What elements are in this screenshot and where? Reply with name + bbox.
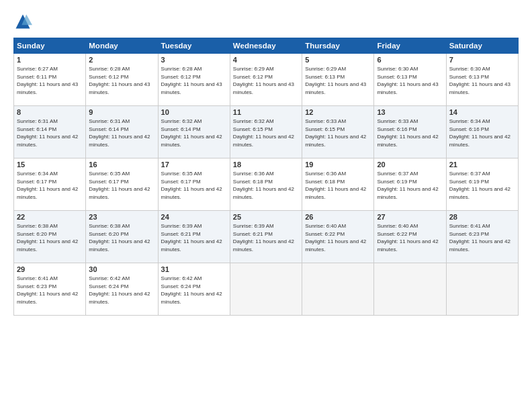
daylight-label: Daylight: 11 hours and 43 minutes. (161, 81, 222, 95)
sunrise-label: Sunrise: 6:31 AM (17, 118, 58, 124)
day-info: Sunrise: 6:35 AM Sunset: 6:17 PM Dayligh… (161, 170, 227, 201)
sunrise-label: Sunrise: 6:42 AM (161, 275, 202, 281)
calendar-cell: 23 Sunrise: 6:38 AM Sunset: 6:20 PM Dayl… (86, 211, 158, 263)
header-tuesday: Tuesday (158, 38, 230, 54)
sunrise-label: Sunrise: 6:32 AM (233, 118, 274, 124)
daylight-label: Daylight: 11 hours and 42 minutes. (449, 134, 511, 148)
day-info: Sunrise: 6:27 AM Sunset: 6:11 PM Dayligh… (17, 65, 83, 96)
calendar-cell: 7 Sunrise: 6:30 AM Sunset: 6:13 PM Dayli… (446, 54, 518, 106)
day-info: Sunrise: 6:32 AM Sunset: 6:14 PM Dayligh… (161, 118, 227, 148)
day-info: Sunrise: 6:31 AM Sunset: 6:14 PM Dayligh… (89, 118, 154, 148)
day-number: 31 (161, 265, 227, 273)
calendar-cell: 29 Sunrise: 6:41 AM Sunset: 6:23 PM Dayl… (14, 263, 86, 316)
sunset-label: Sunset: 6:16 PM (449, 126, 489, 132)
day-number: 22 (17, 213, 83, 221)
day-number: 20 (377, 161, 443, 169)
sunset-label: Sunset: 6:18 PM (305, 179, 345, 185)
sunrise-label: Sunrise: 6:40 AM (305, 223, 346, 229)
daylight-label: Daylight: 11 hours and 42 minutes. (17, 186, 78, 200)
sunrise-label: Sunrise: 6:32 AM (161, 118, 202, 124)
day-number: 6 (377, 56, 443, 64)
day-number: 28 (449, 213, 515, 221)
calendar-cell: 22 Sunrise: 6:38 AM Sunset: 6:20 PM Dayl… (14, 211, 86, 263)
day-number: 2 (89, 56, 154, 64)
sunrise-label: Sunrise: 6:34 AM (449, 118, 490, 124)
sunrise-label: Sunrise: 6:29 AM (305, 66, 346, 72)
header-wednesday: Wednesday (230, 38, 302, 54)
day-number: 1 (17, 56, 83, 64)
calendar-cell: 27 Sunrise: 6:40 AM Sunset: 6:22 PM Dayl… (374, 211, 446, 263)
calendar-cell: 11 Sunrise: 6:32 AM Sunset: 6:15 PM Dayl… (230, 106, 302, 158)
daylight-label: Daylight: 11 hours and 42 minutes. (233, 238, 294, 253)
day-info: Sunrise: 6:41 AM Sunset: 6:23 PM Dayligh… (17, 275, 83, 306)
day-info: Sunrise: 6:33 AM Sunset: 6:16 PM Dayligh… (377, 118, 443, 148)
day-info: Sunrise: 6:40 AM Sunset: 6:22 PM Dayligh… (377, 222, 443, 253)
day-info: Sunrise: 6:32 AM Sunset: 6:15 PM Dayligh… (233, 118, 299, 148)
daylight-label: Daylight: 11 hours and 43 minutes. (17, 81, 78, 95)
calendar-cell: 18 Sunrise: 6:36 AM Sunset: 6:18 PM Dayl… (230, 158, 302, 211)
daylight-label: Daylight: 11 hours and 42 minutes. (377, 186, 438, 200)
sunset-label: Sunset: 6:17 PM (89, 179, 128, 185)
day-number: 7 (449, 56, 515, 64)
day-info: Sunrise: 6:30 AM Sunset: 6:13 PM Dayligh… (449, 65, 515, 96)
calendar-cell: 12 Sunrise: 6:33 AM Sunset: 6:15 PM Dayl… (302, 106, 374, 158)
day-info: Sunrise: 6:36 AM Sunset: 6:18 PM Dayligh… (305, 170, 371, 201)
day-number: 25 (233, 213, 299, 221)
sunrise-label: Sunrise: 6:38 AM (89, 223, 130, 229)
calendar-week-row: 8 Sunrise: 6:31 AM Sunset: 6:14 PM Dayli… (14, 106, 519, 158)
sunrise-label: Sunrise: 6:41 AM (449, 223, 490, 229)
day-number: 21 (449, 161, 515, 169)
daylight-label: Daylight: 11 hours and 43 minutes. (305, 81, 366, 95)
calendar-week-row: 22 Sunrise: 6:38 AM Sunset: 6:20 PM Dayl… (14, 211, 519, 263)
daylight-label: Daylight: 11 hours and 42 minutes. (161, 186, 222, 200)
day-number: 17 (161, 161, 227, 169)
sunrise-label: Sunrise: 6:40 AM (377, 223, 418, 229)
day-number: 8 (17, 108, 83, 116)
calendar-cell (302, 263, 374, 316)
daylight-label: Daylight: 11 hours and 42 minutes. (377, 238, 438, 253)
sunrise-label: Sunrise: 6:31 AM (89, 118, 130, 124)
calendar-cell: 16 Sunrise: 6:35 AM Sunset: 6:17 PM Dayl… (86, 158, 158, 211)
sunset-label: Sunset: 6:11 PM (17, 74, 56, 80)
sunrise-label: Sunrise: 6:42 AM (89, 275, 130, 281)
sunrise-label: Sunrise: 6:37 AM (449, 171, 490, 177)
day-info: Sunrise: 6:31 AM Sunset: 6:14 PM Dayligh… (17, 118, 83, 148)
day-info: Sunrise: 6:42 AM Sunset: 6:24 PM Dayligh… (161, 275, 227, 306)
day-info: Sunrise: 6:37 AM Sunset: 6:19 PM Dayligh… (449, 170, 515, 201)
day-info: Sunrise: 6:28 AM Sunset: 6:12 PM Dayligh… (89, 65, 154, 96)
calendar: Sunday Monday Tuesday Wednesday Thursday… (13, 38, 519, 316)
sunrise-label: Sunrise: 6:30 AM (377, 66, 418, 72)
sunrise-label: Sunrise: 6:27 AM (17, 66, 58, 72)
logo-icon (13, 12, 32, 31)
calendar-cell: 6 Sunrise: 6:30 AM Sunset: 6:13 PM Dayli… (374, 54, 446, 106)
sunrise-label: Sunrise: 6:38 AM (17, 223, 58, 229)
daylight-label: Daylight: 11 hours and 43 minutes. (449, 81, 511, 95)
page: Sunday Monday Tuesday Wednesday Thursday… (0, 0, 532, 411)
sunset-label: Sunset: 6:18 PM (233, 179, 273, 185)
daylight-label: Daylight: 11 hours and 43 minutes. (89, 81, 150, 95)
day-number: 4 (233, 56, 299, 64)
sunset-label: Sunset: 6:17 PM (161, 179, 201, 185)
sunrise-label: Sunrise: 6:41 AM (17, 275, 58, 281)
sunset-label: Sunset: 6:23 PM (17, 283, 56, 289)
day-number: 15 (17, 161, 83, 169)
sunrise-label: Sunrise: 6:36 AM (305, 171, 346, 177)
daylight-label: Daylight: 11 hours and 42 minutes. (17, 134, 78, 148)
daylight-label: Daylight: 11 hours and 42 minutes. (449, 238, 511, 253)
sunset-label: Sunset: 6:17 PM (17, 179, 56, 185)
daylight-label: Daylight: 11 hours and 42 minutes. (161, 291, 222, 305)
sunset-label: Sunset: 6:22 PM (305, 231, 345, 237)
daylight-label: Daylight: 11 hours and 42 minutes. (89, 238, 150, 253)
sunset-label: Sunset: 6:24 PM (89, 283, 128, 289)
calendar-cell: 19 Sunrise: 6:36 AM Sunset: 6:18 PM Dayl… (302, 158, 374, 211)
calendar-cell: 26 Sunrise: 6:40 AM Sunset: 6:22 PM Dayl… (302, 211, 374, 263)
sunrise-label: Sunrise: 6:34 AM (17, 171, 58, 177)
calendar-cell: 2 Sunrise: 6:28 AM Sunset: 6:12 PM Dayli… (86, 54, 158, 106)
day-number: 10 (161, 108, 227, 116)
calendar-week-row: 15 Sunrise: 6:34 AM Sunset: 6:17 PM Dayl… (14, 158, 519, 211)
day-info: Sunrise: 6:30 AM Sunset: 6:13 PM Dayligh… (377, 65, 443, 96)
sunset-label: Sunset: 6:12 PM (161, 74, 201, 80)
daylight-label: Daylight: 11 hours and 43 minutes. (377, 81, 438, 95)
calendar-week-row: 1 Sunrise: 6:27 AM Sunset: 6:11 PM Dayli… (14, 54, 519, 106)
day-info: Sunrise: 6:35 AM Sunset: 6:17 PM Dayligh… (89, 170, 154, 201)
